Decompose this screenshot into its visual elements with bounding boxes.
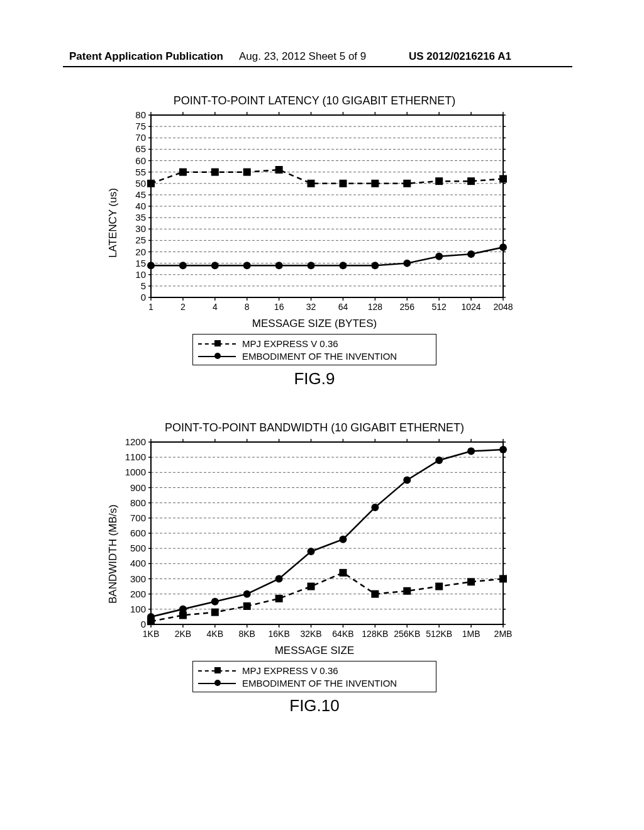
svg-point-235: [308, 548, 315, 555]
svg-text:35: 35: [135, 212, 146, 223]
svg-text:64: 64: [338, 302, 348, 312]
svg-text:100: 100: [130, 604, 146, 614]
header-center: Aug. 23, 2012 Sheet 5 of 9: [239, 50, 366, 63]
svg-point-124: [371, 262, 379, 269]
svg-text:256: 256: [400, 302, 415, 312]
svg-text:75: 75: [135, 121, 146, 131]
legend-label: EMBODIMENT OF THE INVENTION: [242, 678, 397, 689]
svg-text:64KB: 64KB: [332, 629, 353, 639]
svg-point-119: [211, 262, 219, 269]
legend-row: EMBODIMENT OF THE INVENTION: [198, 677, 431, 689]
legend: MPJ EXPRESS V 0.36 EMBODIMENT OF THE INV…: [192, 334, 436, 365]
svg-text:45: 45: [135, 189, 146, 200]
svg-text:70: 70: [135, 132, 146, 143]
svg-text:900: 900: [130, 482, 146, 493]
svg-text:128: 128: [368, 302, 383, 312]
chart-title: POINT-TO-POINT LATENCY (10 GIGABIT ETHER…: [113, 94, 516, 108]
figure-label: FIG.9: [113, 369, 516, 389]
svg-rect-110: [308, 180, 315, 187]
svg-text:8: 8: [245, 302, 250, 312]
svg-text:55: 55: [135, 167, 146, 177]
svg-text:20: 20: [135, 246, 146, 257]
svg-text:5: 5: [141, 280, 146, 291]
svg-rect-222: [275, 595, 283, 602]
svg-text:30: 30: [135, 223, 146, 234]
svg-rect-225: [371, 590, 379, 598]
svg-text:16: 16: [274, 302, 284, 312]
svg-rect-224: [339, 569, 347, 577]
svg-text:80: 80: [135, 109, 146, 120]
svg-text:256KB: 256KB: [394, 629, 420, 639]
svg-point-117: [147, 262, 155, 269]
svg-rect-105: [147, 180, 155, 187]
svg-text:1100: 1100: [125, 451, 146, 462]
chart-title: POINT-TO-POINT BANDWIDTH (10 GIGABIT ETH…: [113, 421, 516, 434]
svg-text:200: 200: [130, 589, 146, 599]
svg-text:1: 1: [148, 302, 153, 312]
svg-text:700: 700: [130, 512, 146, 523]
latency-chart: 0510152025303540455055606570758012481632…: [113, 109, 516, 316]
svg-text:32: 32: [306, 302, 316, 312]
svg-rect-113: [403, 180, 411, 187]
svg-point-238: [403, 476, 411, 484]
svg-text:1024: 1024: [462, 302, 481, 312]
legend-row: MPJ EXPRESS V 0.36: [198, 664, 431, 677]
svg-text:128KB: 128KB: [362, 629, 388, 639]
legend-row: EMBODIMENT OF THE INVENTION: [198, 350, 431, 362]
legend-row: MPJ EXPRESS V 0.36: [198, 337, 431, 350]
svg-text:40: 40: [135, 201, 146, 211]
svg-text:50: 50: [135, 178, 146, 189]
bandwidth-chart: 0100200300400500600700800900100011001200…: [113, 436, 516, 643]
y-axis-label: LATENCY (us): [107, 188, 119, 258]
svg-rect-107: [211, 169, 219, 176]
svg-text:8KB: 8KB: [238, 629, 255, 639]
svg-text:32KB: 32KB: [300, 629, 321, 639]
svg-point-127: [467, 250, 475, 258]
svg-point-236: [339, 536, 347, 543]
legend-marker-circle: [198, 351, 242, 361]
y-axis-label: BANDWIDTH (MB/s): [107, 504, 119, 604]
svg-text:1KB: 1KB: [143, 629, 159, 639]
svg-point-122: [308, 262, 315, 269]
svg-text:1200: 1200: [125, 436, 146, 447]
legend-marker-square: [198, 665, 242, 675]
svg-rect-109: [275, 166, 283, 174]
svg-rect-108: [243, 169, 251, 176]
svg-text:500: 500: [130, 543, 146, 553]
svg-rect-115: [467, 177, 475, 185]
svg-rect-223: [308, 583, 315, 590]
svg-text:4KB: 4KB: [207, 629, 223, 639]
svg-point-125: [403, 260, 411, 267]
svg-rect-112: [371, 180, 379, 187]
svg-rect-111: [339, 180, 347, 187]
svg-text:2048: 2048: [493, 302, 513, 312]
svg-rect-229: [499, 575, 507, 583]
svg-point-230: [147, 613, 155, 621]
svg-text:400: 400: [130, 558, 146, 568]
svg-point-231: [179, 606, 187, 613]
figure-10: POINT-TO-POINT BANDWIDTH (10 GIGABIT ETH…: [113, 421, 516, 716]
svg-text:800: 800: [130, 497, 146, 508]
svg-point-239: [435, 456, 443, 464]
svg-rect-114: [435, 177, 443, 185]
svg-point-121: [275, 262, 283, 269]
svg-text:25: 25: [135, 235, 146, 245]
svg-text:10: 10: [135, 269, 146, 280]
figure-label: FIG.10: [113, 696, 516, 716]
svg-text:1MB: 1MB: [462, 629, 480, 639]
svg-point-120: [243, 262, 251, 269]
svg-point-118: [179, 262, 187, 269]
header-left: Patent Application Publication: [69, 50, 223, 63]
svg-point-237: [371, 504, 379, 511]
svg-point-128: [499, 243, 507, 251]
svg-point-232: [211, 598, 219, 606]
svg-text:512: 512: [432, 302, 447, 312]
svg-rect-116: [499, 175, 507, 183]
svg-text:2MB: 2MB: [494, 629, 513, 639]
svg-text:300: 300: [130, 573, 146, 584]
svg-point-123: [339, 262, 347, 269]
header-right: US 2012/0216216 A1: [409, 50, 511, 63]
svg-point-126: [435, 253, 443, 260]
svg-rect-221: [243, 602, 251, 610]
svg-text:512KB: 512KB: [426, 629, 452, 639]
